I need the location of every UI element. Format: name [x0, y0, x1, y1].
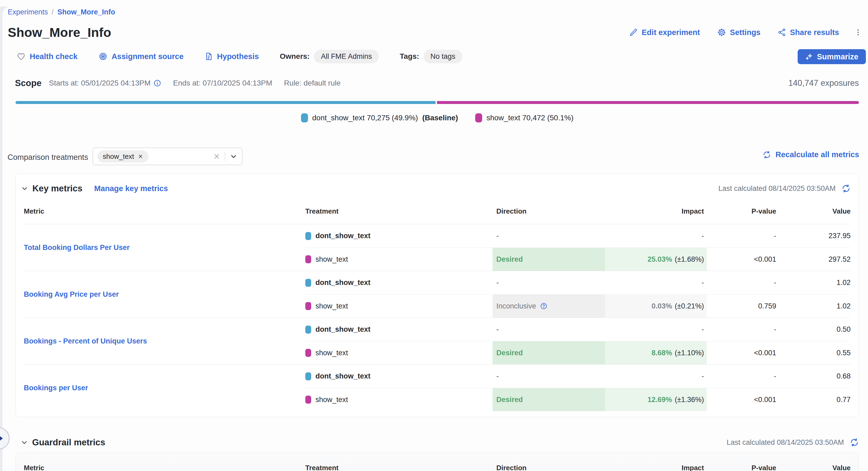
comparison-treatments-label: Comparison treatments [7, 153, 88, 162]
table-row: show_text Desired 12.69%(±1.36%) <0.001 … [305, 388, 850, 411]
guardrail-metrics-card: Metric Treatment Direction Impact P-valu… [16, 453, 859, 471]
settings-button[interactable]: Settings [717, 28, 761, 37]
refresh-icon[interactable] [841, 184, 850, 193]
breadcrumb-current[interactable]: Show_More_Info [58, 8, 115, 16]
legend-item-treatment: show_text 70,472 (50.1%) [475, 113, 574, 123]
health-check-link[interactable]: Health check [17, 52, 78, 61]
collapse-chevron-icon[interactable] [20, 438, 28, 446]
hypothesis-link[interactable]: Hypothesis [205, 52, 259, 61]
tags-pill[interactable]: No tags [424, 50, 462, 63]
sparkles-icon [805, 53, 813, 61]
metric-group: Booking Avg Price per User dont_show_tex… [24, 271, 850, 317]
breadcrumb-separator: / [52, 8, 54, 16]
owners-label: Owners: [280, 52, 310, 61]
treatment-swatch [475, 113, 482, 123]
guardrail-metrics-title: Guardrail metrics [32, 437, 105, 447]
exposures-count: 140,747 exposures [788, 78, 859, 88]
table-row: show_text Desired 8.68%(±1.10%) <0.001 0… [305, 341, 850, 364]
page-title: Show_More_Info [8, 25, 111, 40]
baseline-swatch [305, 232, 311, 240]
refresh-icon [763, 150, 771, 159]
edit-experiment-button[interactable]: Edit experiment [629, 28, 700, 37]
collapse-chevron-icon[interactable] [21, 184, 29, 193]
table-row: dont_show_text - - - 1.02 [305, 271, 850, 294]
split-bar-baseline [16, 101, 436, 104]
recalculate-all-metrics-button[interactable]: Recalculate all metrics [763, 150, 859, 159]
scope-title: Scope [15, 78, 41, 88]
pencil-icon [629, 28, 638, 37]
direction-badge: Desired [496, 349, 523, 357]
allocation-split-bar [16, 101, 859, 104]
question-circle-icon[interactable] [540, 302, 548, 310]
metric-group: Total Booking Dollars Per User dont_show… [24, 224, 850, 271]
info-icon[interactable] [153, 79, 161, 87]
summarize-button[interactable]: Summarize [798, 49, 866, 64]
heart-icon [17, 52, 26, 61]
key-metrics-card: Key metrics Manage key metrics Last calc… [16, 173, 859, 417]
last-calculated-text: Last calculated 08/14/2025 03:50AM [718, 184, 836, 193]
table-row: dont_show_text - - - 0.50 [305, 318, 850, 341]
chevron-down-icon[interactable] [229, 153, 238, 160]
manage-key-metrics-link[interactable]: Manage key metrics [94, 184, 168, 193]
select-divider [225, 152, 225, 161]
share-icon [778, 28, 786, 37]
treatment-chip[interactable]: show_text [97, 150, 149, 163]
metric-link[interactable]: Bookings per User [24, 384, 88, 392]
tags-label: Tags: [400, 52, 419, 61]
share-results-button[interactable]: Share results [778, 28, 839, 37]
scope-starts-at: Starts at: 05/01/2025 04:13PM [49, 79, 151, 88]
owners-pill[interactable]: All FME Admins [314, 50, 379, 63]
chip-remove-icon[interactable] [138, 154, 143, 159]
metric-link[interactable]: Bookings - Percent of Unique Users [24, 337, 147, 345]
refresh-icon[interactable] [850, 438, 859, 447]
treatment-swatch [305, 302, 311, 310]
target-icon [98, 52, 107, 61]
baseline-swatch [305, 372, 311, 380]
gear-icon [717, 28, 726, 37]
baseline-swatch [301, 113, 308, 123]
metric-group: Bookings - Percent of Unique Users dont_… [24, 317, 850, 364]
direction-badge: Inconclusive [496, 302, 536, 310]
table-row: show_text Inconclusive 0.03%(±0.21%) 0.7… [305, 294, 850, 317]
comparison-treatments-select[interactable]: show_text [93, 147, 242, 165]
split-bar-treatment [437, 101, 859, 104]
breadcrumb-experiments[interactable]: Experiments [8, 8, 48, 16]
document-icon [205, 52, 213, 61]
header-actions: Edit experiment Settings Share results [629, 28, 862, 37]
owners-pair: Owners: All FME Admins [280, 50, 379, 63]
treatment-swatch [305, 255, 311, 263]
experiment-toolbar: Health check Assignment source Hypothesi… [17, 49, 462, 64]
table-row: dont_show_text - - - 0.68 [305, 365, 850, 388]
last-calculated-text: Last calculated 08/14/2025 03:50AM [727, 438, 844, 447]
select-clear-icon[interactable] [213, 153, 220, 160]
key-metrics-title: Key metrics [32, 183, 83, 194]
scope-ends-at: Ends at: 07/10/2025 04:13PM [173, 79, 272, 88]
breadcrumb: Experiments / Show_More_Info [8, 8, 115, 16]
table-row: dont_show_text - - - 237.95 [305, 224, 850, 247]
guardrail-metrics-header: Guardrail metrics Last calculated 08/14/… [16, 437, 859, 447]
legend-item-baseline: dont_show_text 70,275 (49.9%) (Baseline) [301, 113, 458, 123]
baseline-swatch [305, 279, 311, 287]
scope-row: Scope Starts at: 05/01/2025 04:13PM Ends… [15, 78, 859, 88]
metric-link[interactable]: Total Booking Dollars Per User [24, 243, 130, 252]
table-header: Metric Treatment Direction Impact P-valu… [24, 199, 850, 224]
treatment-swatch [305, 396, 311, 404]
direction-badge: Desired [496, 396, 523, 404]
metric-link[interactable]: Booking Avg Price per User [24, 290, 119, 299]
allocation-legend: dont_show_text 70,275 (49.9%) (Baseline)… [16, 113, 859, 123]
more-options-kebab-icon[interactable] [854, 28, 862, 37]
table-row: show_text Desired 25.03%(±1.68%) <0.001 … [305, 247, 850, 271]
treatment-swatch [305, 349, 311, 357]
baseline-swatch [305, 326, 311, 334]
metric-group: Bookings per User dont_show_text - - - 0… [24, 364, 850, 411]
sidebar-expand-button[interactable] [0, 427, 10, 449]
table-header: Metric Treatment Direction Impact P-valu… [16, 453, 859, 471]
page-left-gutter [0, 6, 2, 471]
tags-pair: Tags: No tags [400, 50, 462, 63]
assignment-source-link[interactable]: Assignment source [98, 52, 184, 61]
scope-meta: Starts at: 05/01/2025 04:13PM Ends at: 0… [49, 79, 341, 88]
scope-rule: Rule: default rule [284, 79, 341, 88]
direction-badge: Desired [496, 255, 523, 264]
